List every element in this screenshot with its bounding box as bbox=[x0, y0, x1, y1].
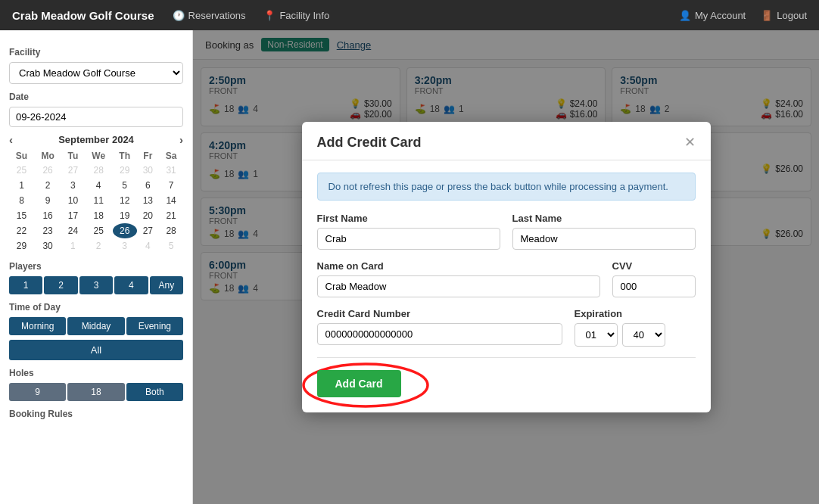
add-card-wrapper: Add Card bbox=[317, 370, 401, 397]
calendar-day[interactable]: 5 bbox=[113, 178, 137, 193]
user-icon: 👤 bbox=[679, 10, 691, 21]
reservations-link[interactable]: 🕐 Reservations bbox=[173, 10, 246, 21]
calendar-day[interactable]: 2 bbox=[85, 238, 113, 254]
calendar-day[interactable]: 30 bbox=[34, 238, 61, 254]
first-name-input[interactable] bbox=[317, 228, 500, 250]
holes-9[interactable]: 9 bbox=[9, 383, 66, 401]
calendar-day[interactable]: 8 bbox=[9, 193, 34, 208]
calendar-day[interactable]: 12 bbox=[113, 193, 137, 208]
date-input[interactable] bbox=[9, 107, 183, 127]
cvv-input[interactable] bbox=[612, 275, 696, 297]
players-4[interactable]: 4 bbox=[114, 276, 148, 294]
navbar-left: Crab Meadow Golf Course 🕐 Reservations 📍… bbox=[12, 9, 329, 22]
content-area: Booking as Non-Resident Change 2:50pm FR… bbox=[193, 30, 819, 504]
players-3[interactable]: 3 bbox=[79, 276, 113, 294]
my-account-link[interactable]: 👤 My Account bbox=[679, 10, 746, 21]
calendar-day[interactable]: 1 bbox=[9, 178, 34, 193]
calendar-day[interactable]: 29 bbox=[9, 238, 34, 254]
calendar-day[interactable]: 16 bbox=[34, 208, 61, 223]
pin-icon: 📍 bbox=[263, 10, 276, 21]
players-2[interactable]: 2 bbox=[44, 276, 77, 294]
name-on-card-input[interactable] bbox=[317, 275, 600, 297]
calendar-day[interactable]: 20 bbox=[137, 208, 160, 223]
calendar-day[interactable]: 9 bbox=[34, 193, 61, 208]
calendar-day[interactable]: 1 bbox=[61, 238, 84, 254]
calendar-day[interactable]: 25 bbox=[9, 163, 34, 178]
modal-close-button[interactable]: ✕ bbox=[684, 134, 696, 151]
players-label: Players bbox=[9, 261, 183, 272]
modal-title: Add Credit Card bbox=[317, 135, 422, 151]
calendar-day[interactable]: 29 bbox=[113, 163, 137, 178]
calendar-day[interactable]: 14 bbox=[159, 193, 183, 208]
facility-select[interactable]: Crab Meadow Golf Course bbox=[9, 62, 183, 84]
calendar-day[interactable]: 26 bbox=[34, 163, 61, 178]
modal-overlay: Add Credit Card ✕ Do not refresh this pa… bbox=[193, 30, 819, 504]
cal-header-sa: Sa bbox=[159, 149, 183, 163]
expiration-label: Expiration bbox=[575, 308, 696, 319]
time-all-button[interactable]: All bbox=[9, 340, 183, 360]
calendar-next[interactable]: › bbox=[179, 133, 183, 146]
calendar-day[interactable]: 4 bbox=[137, 238, 160, 254]
calendar-day[interactable]: 26 bbox=[113, 223, 137, 238]
calendar-day[interactable]: 4 bbox=[85, 178, 113, 193]
calendar-day[interactable]: 27 bbox=[61, 163, 84, 178]
cvv-group: CVV bbox=[612, 260, 696, 297]
exp-month-select[interactable]: 010203 040506 070809 101112 bbox=[575, 323, 618, 347]
calendar-day[interactable]: 30 bbox=[137, 163, 160, 178]
credit-card-label: Credit Card Number bbox=[317, 308, 562, 319]
name-row: First Name Last Name bbox=[317, 213, 696, 250]
time-evening[interactable]: Evening bbox=[126, 317, 183, 335]
calendar-day[interactable]: 27 bbox=[137, 223, 160, 238]
players-group: 1 2 3 4 Any bbox=[9, 276, 183, 294]
calendar-day[interactable]: 24 bbox=[61, 223, 84, 238]
calendar-day[interactable]: 7 bbox=[159, 178, 183, 193]
holes-group: 9 18 Both bbox=[9, 383, 183, 401]
date-label: Date bbox=[9, 92, 183, 102]
calendar-day[interactable]: 15 bbox=[9, 208, 34, 223]
last-name-input[interactable] bbox=[512, 228, 696, 250]
main-layout: Facility Crab Meadow Golf Course Date ‹ … bbox=[0, 30, 819, 504]
facility-label: Facility bbox=[9, 47, 183, 58]
time-morning[interactable]: Morning bbox=[9, 317, 66, 335]
calendar-day[interactable]: 21 bbox=[159, 208, 183, 223]
calendar-day[interactable]: 3 bbox=[113, 238, 137, 254]
calendar-day[interactable]: 13 bbox=[137, 193, 160, 208]
sidebar: Facility Crab Meadow Golf Course Date ‹ … bbox=[0, 30, 193, 504]
calendar-day[interactable]: 28 bbox=[85, 163, 113, 178]
calendar-day[interactable]: 19 bbox=[113, 208, 137, 223]
calendar-day[interactable]: 11 bbox=[85, 193, 113, 208]
cal-header-su: Su bbox=[9, 149, 34, 163]
facility-info-link[interactable]: 📍 Facility Info bbox=[263, 10, 329, 21]
calendar-day[interactable]: 23 bbox=[34, 223, 61, 238]
logout-link[interactable]: 🚪 Logout bbox=[761, 10, 807, 21]
calendar-day[interactable]: 31 bbox=[159, 163, 183, 178]
add-card-button[interactable]: Add Card bbox=[317, 370, 401, 397]
calendar-day[interactable]: 22 bbox=[9, 223, 34, 238]
holes-both[interactable]: Both bbox=[126, 383, 183, 401]
players-1[interactable]: 1 bbox=[9, 276, 42, 294]
logout-icon: 🚪 bbox=[761, 10, 773, 21]
cal-header-we: We bbox=[85, 149, 113, 163]
cal-header-th: Th bbox=[113, 149, 137, 163]
booking-rules-label: Booking Rules bbox=[9, 409, 183, 419]
players-any[interactable]: Any bbox=[150, 276, 183, 294]
calendar-day[interactable]: 25 bbox=[85, 223, 113, 238]
exp-year-select[interactable]: 404142 434445 bbox=[622, 323, 665, 347]
modal-body: Do not refresh this page or press the ba… bbox=[302, 160, 711, 412]
calendar-day[interactable]: 3 bbox=[61, 178, 84, 193]
holes-18[interactable]: 18 bbox=[67, 383, 124, 401]
clock-icon: 🕐 bbox=[173, 10, 185, 21]
calendar-prev[interactable]: ‹ bbox=[9, 133, 13, 146]
credit-card-input[interactable] bbox=[317, 323, 562, 345]
calendar-day[interactable]: 28 bbox=[159, 223, 183, 238]
calendar-day[interactable]: 17 bbox=[61, 208, 84, 223]
calendar-day[interactable]: 6 bbox=[137, 178, 160, 193]
time-midday[interactable]: Midday bbox=[67, 317, 124, 335]
name-on-card-group: Name on Card bbox=[317, 260, 600, 297]
card-number-row: Credit Card Number Expiration 010203 040… bbox=[317, 308, 696, 347]
calendar-day[interactable]: 18 bbox=[85, 208, 113, 223]
calendar-day[interactable]: 2 bbox=[34, 178, 61, 193]
calendar-day[interactable]: 10 bbox=[61, 193, 84, 208]
first-name-label: First Name bbox=[317, 213, 500, 224]
calendar-day[interactable]: 5 bbox=[159, 238, 183, 254]
